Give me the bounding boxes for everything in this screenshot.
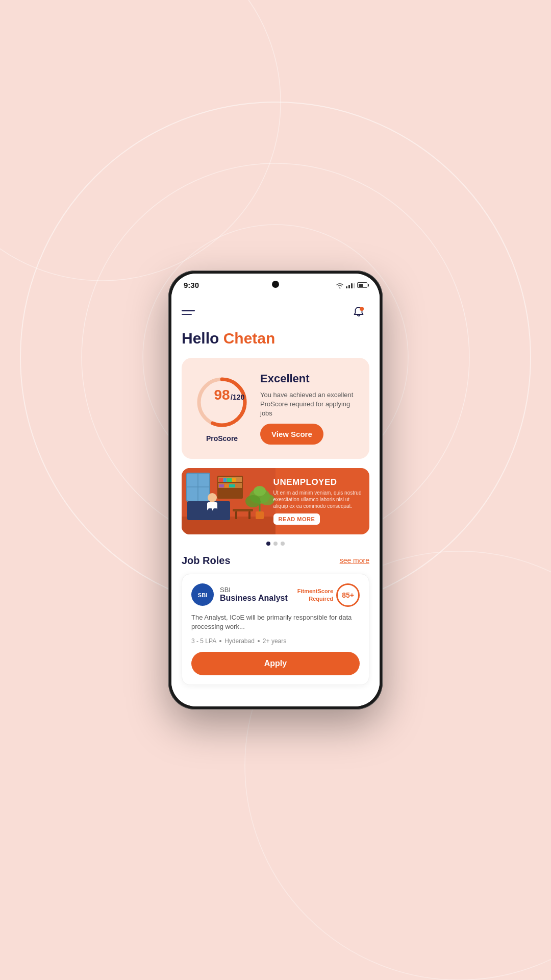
svg-point-6 [360,307,364,311]
proscore-circle-svg: 98 /120 [194,374,250,430]
dot-3[interactable] [281,542,285,546]
svg-rect-26 [229,484,235,487]
proscore-info: Excellent You have achieved an excellent… [260,372,357,445]
job-description: The Analyst, ICoE will be primarily resp… [191,613,360,631]
svg-rect-22 [232,478,236,482]
dot-2[interactable] [273,542,278,546]
svg-point-40 [254,486,266,496]
notifications-button[interactable] [348,302,369,323]
status-bar: 9:30 [171,274,380,293]
svg-rect-42 [235,511,237,519]
fitment-score-value: 85+ [336,583,360,607]
proscore-status-desc: You have achieved an excellent ProScore … [260,390,357,419]
apply-button[interactable]: Apply [191,652,360,675]
phone-screen: 9:30 [171,274,380,706]
job-meta: 3 - 5 LPA Hyderabad 2+ years [191,638,360,645]
svg-text:SBI: SBI [198,592,207,598]
proscore-circle-wrap: 98 /120 ProScore [194,374,250,443]
sbi-logo-icon: SBI [195,587,210,602]
svg-rect-34 [213,508,217,516]
svg-rect-24 [219,484,224,487]
dot-1[interactable] [266,542,270,546]
company-logo: SBI [191,583,214,606]
banner-illustration [182,468,276,534]
meta-dot-2 [258,640,260,642]
svg-rect-19 [219,478,223,482]
svg-text:98: 98 [214,387,230,403]
fitment-score-label: FitmentScoreRequired [297,587,333,602]
company-details: SBI Business Analyst [220,586,288,603]
svg-rect-35 [256,511,264,519]
banner-title: UNEMPLOYED [273,477,362,487]
proscore-label: ProScore [206,434,238,443]
status-icons [336,282,367,288]
read-more-button[interactable]: READ MORE [273,513,320,525]
greeting-text: Hello Chetan [182,329,369,348]
wifi-icon [336,282,344,288]
fitment-wrap: FitmentScoreRequired 85+ [297,583,360,607]
svg-rect-41 [233,509,253,511]
svg-rect-20 [223,478,227,482]
svg-text:/120: /120 [231,393,244,401]
job-experience: 2+ years [263,638,286,645]
svg-point-38 [245,495,261,507]
carousel-dots [182,542,369,546]
view-score-button[interactable]: View Score [260,424,323,445]
menu-button[interactable] [182,310,195,315]
phone-frame: 9:30 [168,271,383,709]
job-location: Hyderabad [224,638,255,645]
top-bar [182,293,369,329]
job-card: SBI SBI Business Analyst FitmentScoreReq… [182,574,369,685]
svg-rect-25 [224,484,229,487]
see-more-link[interactable]: see more [340,556,369,565]
job-company: SBI SBI Business Analyst [191,583,288,606]
banner-body: Ut enim ad minim veniam, quis nostrud ex… [273,489,362,509]
job-roles-header: Job Roles see more [182,555,369,567]
company-name: SBI [220,586,288,594]
signal-icon [346,282,355,288]
job-roles-title: Job Roles [182,555,231,567]
svg-rect-30 [224,501,230,520]
svg-rect-33 [208,508,212,516]
camera-notch [272,281,279,288]
job-salary: 3 - 5 LPA [191,638,216,645]
job-title: Business Analyst [220,594,288,603]
main-content: Hello Chetan 98 /120 ProScore [171,293,380,706]
svg-rect-21 [227,478,232,482]
svg-point-4 [0,0,281,281]
battery-icon [357,282,367,288]
proscore-status-title: Excellent [260,372,357,385]
job-card-top: SBI SBI Business Analyst FitmentScoreReq… [191,583,360,607]
status-time: 9:30 [184,281,199,289]
unemployed-banner: UNEMPLOYED Ut enim ad minim veniam, quis… [182,468,369,534]
bell-icon [352,306,365,319]
banner-content: UNEMPLOYED Ut enim ad minim veniam, quis… [266,468,369,534]
proscore-card: 98 /120 ProScore Excellent You have achi… [182,358,369,459]
svg-point-31 [208,493,217,502]
svg-rect-29 [187,501,193,520]
svg-rect-43 [248,511,251,519]
meta-dot-1 [219,640,221,642]
